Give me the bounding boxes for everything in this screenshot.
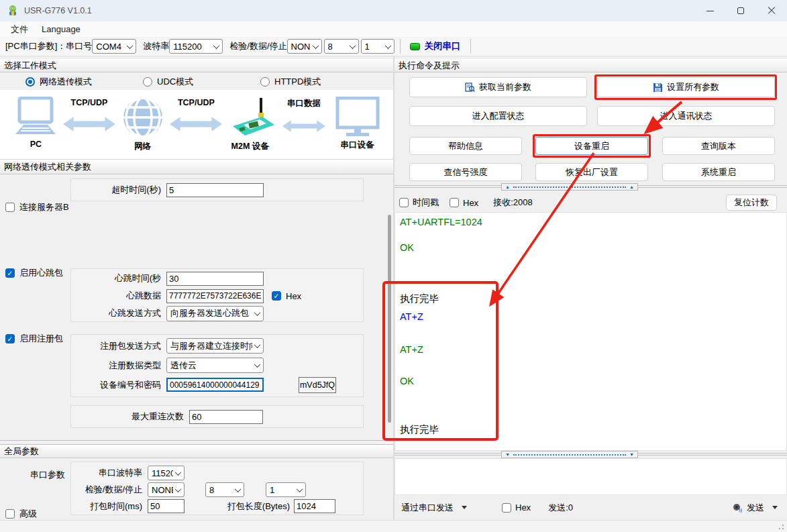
- splitter-dots: [513, 187, 626, 188]
- get-params-button[interactable]: 获取当前参数: [409, 77, 587, 97]
- register-mode-label: 注册包发送方式: [71, 340, 166, 352]
- heartbeat-hex-checkbox[interactable]: Hex: [272, 291, 301, 301]
- register-type-select[interactable]: 透传云: [166, 358, 264, 373]
- chevron-down-icon: [235, 486, 242, 492]
- serial-parity-select[interactable]: NONE: [148, 482, 185, 497]
- heartbeat-time-input[interactable]: [166, 272, 264, 286]
- serial-data-bits-select[interactable]: 8: [205, 482, 244, 497]
- speaker-icon: [732, 502, 743, 513]
- menu-language[interactable]: Language: [35, 24, 87, 34]
- parity-data-stop-label: 检验/数据/停止: [229, 40, 286, 52]
- send-via-serial-dropdown[interactable]: 通过串口发送: [401, 502, 467, 514]
- chevron-down-icon: [297, 486, 303, 492]
- diagram-link-tcpudp-1: TCP/UDP: [62, 97, 117, 159]
- heartbeat-data-input[interactable]: [166, 289, 264, 303]
- global-params-area: 串口参数 串口波特率 115200 检验/数据/停止 NONE 8 1 打包时间…: [0, 458, 393, 520]
- enable-register-checkbox[interactable]: 启用注册包: [5, 333, 63, 345]
- menu-file[interactable]: 文件: [4, 23, 35, 36]
- register-type-label: 注册数据类型: [71, 360, 166, 372]
- enable-heartbeat-checkbox[interactable]: 启用心跳包: [5, 267, 63, 279]
- send-input-area[interactable]: [395, 458, 787, 495]
- serial-groupbox: 串口波特率 115200 检验/数据/停止 NONE 8 1 打包时间(ms) …: [70, 462, 364, 515]
- timestamp-checkbox[interactable]: 时间戳: [399, 197, 439, 209]
- register-mode-select[interactable]: 与服务器建立连接时向服: [166, 338, 264, 354]
- pack-len-input[interactable]: [294, 499, 335, 513]
- triangle-up-icon: ▲: [629, 184, 634, 189]
- laptop-icon: [10, 97, 61, 137]
- send-hex-checkbox[interactable]: Hex: [502, 502, 531, 513]
- baud-select[interactable]: 115200: [169, 39, 223, 54]
- checkbox-icon: [450, 198, 459, 207]
- pack-time-label: 打包时间(ms): [71, 500, 148, 513]
- baud-label: 波特率: [143, 40, 169, 52]
- minimize-icon: [706, 11, 714, 11]
- advanced-checkbox[interactable]: 高级: [5, 508, 37, 520]
- checkbox-checked-icon: [5, 334, 15, 343]
- checkbox-icon: [5, 509, 15, 519]
- splitter-handle[interactable]: ▲ ▲: [501, 183, 638, 191]
- triangle-up-icon: ▲: [505, 184, 510, 189]
- exec-header: 执行命令及提示: [395, 59, 787, 72]
- serial-stop-bits-select[interactable]: 1: [266, 482, 306, 497]
- checkbox-checked-icon: [272, 291, 281, 301]
- timeout-input[interactable]: [166, 183, 264, 197]
- send-bar: 通过串口发送 Hex 发送:0 发送: [395, 495, 787, 520]
- maximize-icon: [737, 7, 744, 14]
- log-hex-checkbox[interactable]: Hex: [450, 198, 478, 208]
- params-scrollbar[interactable]: [388, 215, 391, 423]
- splitter-handle[interactable]: ▼ ▼: [501, 451, 638, 458]
- log-line: AT+Z: [400, 311, 423, 322]
- maximize-button[interactable]: [725, 0, 756, 21]
- serial-toolbar: [PC串口参数]：串口号 COM4 波特率 115200 检验/数据/停止 NO…: [0, 37, 787, 56]
- diagram-node-pc: PC: [9, 97, 62, 159]
- pack-len-label: 打包长度(Bytes): [185, 500, 294, 513]
- enter-comm-button[interactable]: 进入通讯状态: [597, 106, 775, 126]
- set-all-params-button[interactable]: 设置所有参数: [597, 77, 775, 97]
- minimize-button[interactable]: [694, 0, 725, 21]
- mode-diagram: PC TCP/UDP 网络 TCP/UDP: [0, 90, 393, 160]
- window-title: USR-G776 V1.0.1: [24, 6, 92, 15]
- log-area[interactable]: AT+UARTFL=1024 OK 执行完毕 AT+Z AT+Z OK 执行完毕: [395, 212, 787, 451]
- radio-net-transparent-mode[interactable]: 网络透传模式: [25, 76, 92, 88]
- device-id-input[interactable]: [166, 378, 264, 392]
- send-splitter[interactable]: ▼ ▼: [395, 451, 787, 458]
- system-restart-button[interactable]: 系统重启: [662, 163, 775, 181]
- monitor-icon: [335, 97, 380, 137]
- send-button[interactable]: 发送: [732, 502, 778, 514]
- section-splitter[interactable]: [0, 440, 393, 445]
- enter-config-button[interactable]: 进入配置状态: [409, 106, 587, 126]
- diagram-node-m2m: M2M 设备: [223, 97, 277, 159]
- device-restart-button[interactable]: 设备重启: [535, 137, 648, 155]
- radio-udc-mode[interactable]: UDC模式: [143, 76, 193, 88]
- data-bits-select[interactable]: 8: [324, 39, 359, 54]
- net-params-area: 超时时间(秒) 连接服务器B 启用心跳包 心跳时间(秒 心跳数据 Hex: [0, 174, 393, 440]
- chevron-down-icon: [349, 42, 356, 49]
- reconnect-input[interactable]: [189, 410, 263, 424]
- heartbeat-groupbox: 心跳时间(秒 心跳数据 Hex 心跳发送方式 向服务器发送心跳包: [70, 268, 364, 322]
- heartbeat-data-label: 心跳数据: [71, 290, 166, 302]
- reset-count-button[interactable]: 复位计数: [726, 195, 777, 211]
- port-status-indicator: [410, 43, 420, 50]
- help-info-button[interactable]: 帮助信息: [409, 137, 522, 155]
- diagram-link-serial: 串口数据: [277, 97, 331, 159]
- parity-select[interactable]: NONI: [287, 39, 322, 54]
- connect-server-b-checkbox[interactable]: 连接服务器B: [5, 201, 69, 213]
- serial-baud-select[interactable]: 115200: [148, 466, 185, 480]
- resize-grip[interactable]: [777, 523, 784, 529]
- chevron-down-icon: [175, 486, 182, 492]
- close-icon: [768, 7, 776, 15]
- signal-strength-button[interactable]: 查信号强度: [409, 163, 522, 181]
- log-splitter[interactable]: ▲ ▲: [395, 183, 787, 191]
- pack-time-input[interactable]: [148, 499, 185, 513]
- close-button[interactable]: [756, 0, 787, 21]
- heartbeat-mode-select[interactable]: 向服务器发送心跳包: [166, 306, 264, 321]
- query-version-button[interactable]: 查询版本: [662, 137, 775, 155]
- stop-bits-select[interactable]: 1: [361, 39, 395, 54]
- double-arrow-icon: [63, 117, 115, 131]
- close-port-button[interactable]: 关闭串口: [406, 40, 465, 52]
- factory-reset-button[interactable]: 恢复出厂设置: [535, 163, 648, 181]
- chevron-down-icon: [127, 42, 134, 49]
- radio-httpd-mode[interactable]: HTTPD模式: [260, 76, 321, 88]
- com-port-select[interactable]: COM4: [92, 39, 136, 54]
- device-id-label: 设备编号和密码: [71, 379, 166, 391]
